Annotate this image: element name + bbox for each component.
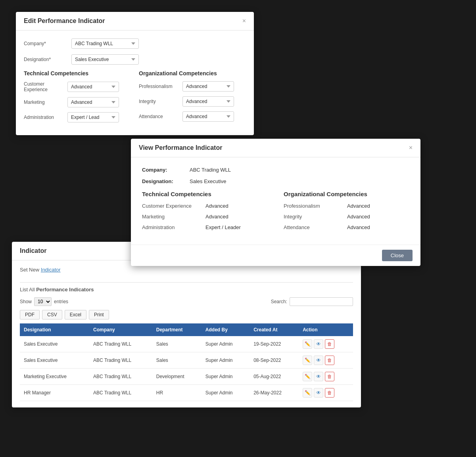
cell-added-by-0: Super Admin: [202, 336, 250, 352]
table-controls: Show 10 25 50 entries Search:: [20, 297, 353, 306]
company-label: Company*: [24, 41, 71, 46]
view-modal-footer: Close: [131, 245, 420, 266]
view-modal-close-btn[interactable]: Close: [382, 250, 413, 261]
view-designation-value: Sales Executive: [190, 178, 226, 184]
tech-comp-select-2[interactable]: Expert / Lead: [67, 112, 119, 122]
delete-icon-2[interactable]: 🗑: [325, 372, 334, 381]
entries-select[interactable]: 10 25 50: [34, 297, 52, 306]
search-input[interactable]: [290, 297, 353, 306]
entries-label: entries: [54, 299, 68, 304]
export-print[interactable]: Print: [89, 310, 109, 319]
edit-icon-2[interactable]: ✏️: [303, 372, 312, 381]
cell-action-3: ✏️ 👁 🗑: [299, 385, 353, 401]
edit-icon-3[interactable]: ✏️: [303, 388, 312, 398]
view-modal-title: View Performance Indicator: [139, 144, 222, 151]
view-company-label: Company:: [142, 167, 190, 173]
company-row: Company* ABC Trading WLL: [24, 38, 246, 49]
view-tech-label-0: Customer Experience: [142, 203, 205, 209]
delete-icon-1[interactable]: 🗑: [325, 356, 334, 365]
show-entries: Show 10 25 50 entries: [20, 297, 68, 306]
org-comp-select-2[interactable]: Advanced: [182, 111, 234, 122]
designation-select[interactable]: Sales Executive: [71, 54, 139, 65]
col-department: Department: [152, 323, 202, 336]
view-org-title: Organizational Competencies: [284, 191, 409, 197]
cell-department-1: Sales: [152, 352, 202, 369]
view-modal-close-x[interactable]: ×: [409, 144, 413, 151]
view-designation-label: Designation:: [142, 178, 190, 184]
cell-added-by-1: Super Admin: [202, 352, 250, 369]
designation-row: Designation* Sales Executive: [24, 54, 246, 65]
org-competencies-section: Organizational Competencies Professional…: [139, 70, 246, 127]
cell-added-by-3: Super Admin: [202, 385, 250, 401]
delete-icon-0[interactable]: 🗑: [325, 339, 334, 349]
tech-comp-select-1[interactable]: Advanced: [67, 97, 119, 107]
view-org-value-2: Advanced: [347, 224, 370, 230]
table-row: Marketing Executive ABC Trading WLL Deve…: [20, 369, 353, 385]
export-buttons: PDF CSV Excel Print: [20, 310, 353, 319]
edit-modal-title: Edit Performance Indicator: [24, 17, 105, 25]
cell-designation-3: HR Manager: [20, 385, 89, 401]
view-icon-0[interactable]: 👁: [314, 339, 323, 349]
tech-comp-label-1: Marketing: [24, 99, 67, 105]
org-comp-row-0: Professionalism Advanced: [139, 81, 246, 92]
edit-modal: Edit Performance Indicator × Company* AB…: [16, 12, 254, 135]
list-prefix: List All: [20, 287, 35, 293]
view-tech-label-1: Marketing: [142, 214, 205, 220]
view-modal-body: Company: ABC Trading WLL Designation: Sa…: [131, 157, 420, 245]
export-excel[interactable]: Excel: [65, 310, 86, 319]
view-tech-row-2: Administration Expert / Leader: [142, 224, 268, 230]
cell-created-at-1: 08-Sep-2022: [250, 352, 299, 369]
table-row: HR Manager ABC Trading WLL HR Super Admi…: [20, 385, 353, 401]
view-tech-row-0: Customer Experience Advanced: [142, 203, 268, 209]
org-comp-select-0[interactable]: Advanced: [182, 81, 234, 92]
edit-icon-0[interactable]: ✏️: [303, 339, 312, 349]
table-row: Sales Executive ABC Trading WLL Sales Su…: [20, 336, 353, 352]
export-pdf[interactable]: PDF: [20, 310, 40, 319]
edit-icon-1[interactable]: ✏️: [303, 356, 312, 365]
view-org-section: Organizational Competencies Professional…: [284, 191, 409, 235]
panel-body: Set New Indicator List All Performance I…: [12, 260, 361, 407]
export-csv[interactable]: CSV: [42, 310, 62, 319]
table-header-row: Designation Company Department Added By …: [20, 323, 353, 336]
view-icon-1[interactable]: 👁: [314, 356, 323, 365]
view-designation-row: Designation: Sales Executive: [142, 178, 409, 184]
org-comp-select-1[interactable]: Advanced: [182, 96, 234, 107]
cell-action-2: ✏️ 👁 🗑: [299, 369, 353, 385]
cell-created-at-2: 05-Aug-2022: [250, 369, 299, 385]
view-icon-2[interactable]: 👁: [314, 372, 323, 381]
tech-comp-select-0[interactable]: Advanced: [67, 82, 119, 92]
col-added-by: Added By: [202, 323, 250, 336]
view-technical-title: Technical Competencies: [142, 191, 268, 197]
set-new-button[interactable]: Set New Indicator: [20, 267, 61, 273]
set-new-link: Indicator: [41, 267, 61, 273]
cell-company-0: ABC Trading WLL: [89, 336, 152, 352]
cell-added-by-2: Super Admin: [202, 369, 250, 385]
edit-modal-close[interactable]: ×: [242, 17, 246, 25]
org-comp-label-1: Integrity: [139, 99, 182, 104]
delete-icon-3[interactable]: 🗑: [325, 388, 334, 398]
cell-designation-1: Sales Executive: [20, 352, 89, 369]
view-tech-value-1: Advanced: [205, 214, 228, 220]
view-modal: View Performance Indicator × Company: AB…: [131, 139, 420, 266]
edit-modal-body: Company* ABC Trading WLL Designation* Sa…: [16, 31, 254, 135]
table-row: Sales Executive ABC Trading WLL Sales Su…: [20, 352, 353, 369]
tech-comp-label-0: Customer Experience: [24, 81, 67, 92]
show-label: Show: [20, 299, 32, 304]
view-org-row-2: Attendance Advanced: [284, 224, 409, 230]
company-select[interactable]: ABC Trading WLL: [71, 38, 139, 49]
cell-designation-0: Sales Executive: [20, 336, 89, 352]
tech-comp-row-0: Customer Experience Advanced: [24, 81, 131, 92]
cell-action-0: ✏️ 👁 🗑: [299, 336, 353, 352]
view-icon-3[interactable]: 👁: [314, 388, 323, 398]
set-new-row: Set New Indicator: [20, 267, 353, 278]
view-competencies-grid: Technical Competencies Customer Experien…: [142, 191, 409, 235]
view-org-value-1: Advanced: [347, 214, 370, 220]
cell-designation-2: Marketing Executive: [20, 369, 89, 385]
table-head: Designation Company Department Added By …: [20, 323, 353, 336]
view-company-value: ABC Trading WLL: [190, 167, 231, 173]
cell-department-2: Development: [152, 369, 202, 385]
cell-created-at-3: 26-May-2022: [250, 385, 299, 401]
cell-company-2: ABC Trading WLL: [89, 369, 152, 385]
view-company-row: Company: ABC Trading WLL: [142, 167, 409, 173]
technical-competencies-section: Technical Competencies Customer Experien…: [24, 70, 131, 127]
